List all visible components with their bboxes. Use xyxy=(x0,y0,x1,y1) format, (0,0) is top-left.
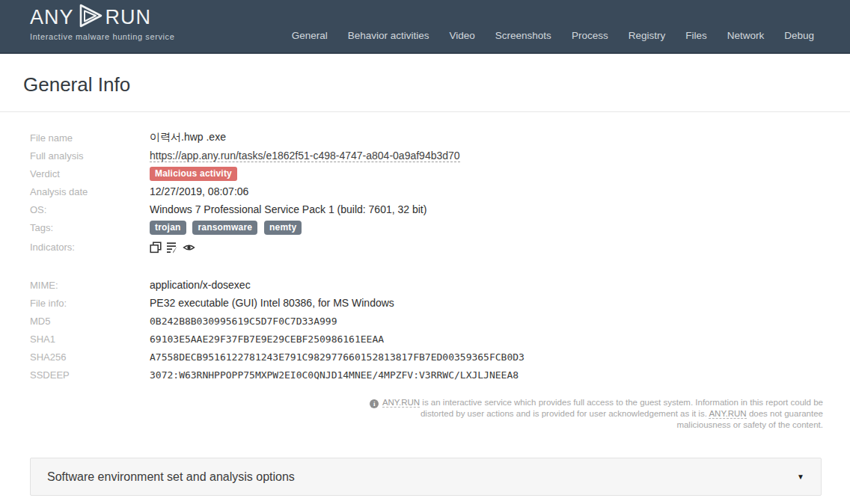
nav-item-registry[interactable]: Registry xyxy=(629,30,666,41)
field-label: Analysis date xyxy=(30,186,150,197)
eye-icon[interactable] xyxy=(183,242,195,253)
sha256-value: A7558DECB9516122781243E791C9829776601528… xyxy=(150,351,525,363)
field-label: File name xyxy=(30,132,150,144)
row-file-name: File name 이력서.hwp .exe xyxy=(30,129,850,147)
ssdeep-value: 3072:W63RNHPPOPP75MXPW2EI0C0QNJD14MNEE/4… xyxy=(150,369,519,381)
field-label: SHA1 xyxy=(30,334,150,345)
file-info-value: PE32 executable (GUI) Intel 80386, for M… xyxy=(150,297,394,309)
info-icon: i xyxy=(370,399,379,408)
tag-badge: trojan xyxy=(150,221,186,235)
mime-value: application/x-dosexec xyxy=(150,279,251,291)
anyrun-logo[interactable]: ANY RUN Interactive malware hunting serv… xyxy=(30,0,191,52)
service-disclaimer: i ANY.RUN is an interactive service whic… xyxy=(365,397,823,431)
file-name-value: 이력서.hwp .exe xyxy=(150,131,226,144)
nav-item-video[interactable]: Video xyxy=(450,30,475,41)
row-verdict: Verdict Malicious activity xyxy=(30,165,850,182)
nav-item-process[interactable]: Process xyxy=(572,30,608,41)
field-label: Tags: xyxy=(30,222,150,233)
analysis-date-value: 12/27/2019, 08:07:06 xyxy=(150,185,248,197)
software-environment-panel[interactable]: Software environment set and analysis op… xyxy=(30,458,822,496)
verdict-badge: Malicious activity xyxy=(150,167,237,181)
play-logo-icon xyxy=(76,4,104,31)
field-label: File info: xyxy=(30,298,150,309)
nav-item-debug[interactable]: Debug xyxy=(784,30,814,41)
row-analysis-date: Analysis date 12/27/2019, 08:07:06 xyxy=(30,182,850,200)
chevron-down-icon: ▼ xyxy=(797,473,804,481)
row-sha256: SHA256 A7558DECB9516122781243E791C982977… xyxy=(30,348,850,366)
sha1-value: 69103E5AAE29F37FB7E9E29CEBF250986161EEAA xyxy=(150,334,384,345)
row-full-analysis: Full analysis https://app.any.run/tasks/… xyxy=(30,147,850,165)
panel-title: Software environment set and analysis op… xyxy=(47,470,295,484)
full-analysis-link[interactable]: https://app.any.run/tasks/e1862f51-c498-… xyxy=(150,150,460,162)
nav-item-network[interactable]: Network xyxy=(727,30,765,41)
main-nav: General Behavior activities Video Screen… xyxy=(272,30,814,52)
logo-text-run: RUN xyxy=(106,6,152,29)
row-mime: MIME: application/x-dosexec xyxy=(30,276,850,294)
md5-value: 0B242B8B030995619C5D7F0C7D33A999 xyxy=(150,316,337,327)
field-label: MIME: xyxy=(30,280,150,291)
nav-item-behavior-activities[interactable]: Behavior activities xyxy=(348,30,429,41)
row-sha1: SHA1 69103E5AAE29F37FB7E9E29CEBF25098616… xyxy=(30,330,850,348)
nav-item-screenshots[interactable]: Screenshots xyxy=(495,30,551,41)
anyrun-link[interactable]: ANY.RUN xyxy=(382,398,420,408)
nav-item-general[interactable]: General xyxy=(292,30,328,41)
field-label: MD5 xyxy=(30,316,150,327)
row-tags: Tags: trojan ransomware nemty xyxy=(30,218,850,236)
row-md5: MD5 0B242B8B030995619C5D7F0C7D33A999 xyxy=(30,312,850,330)
row-ssdeep: SSDEEP 3072:W63RNHPPOPP75MXPW2EI0C0QNJD1… xyxy=(30,366,850,384)
logo-text-any: ANY xyxy=(30,6,74,29)
field-label: Full analysis xyxy=(30,150,150,162)
general-info-section: File name 이력서.hwp .exe Full analysis htt… xyxy=(0,112,850,384)
anyrun-link[interactable]: ANY.RUN xyxy=(709,409,746,419)
os-value: Windows 7 Professional Service Pack 1 (b… xyxy=(150,203,426,215)
page-title: General Info xyxy=(23,73,850,96)
row-file-info: File info: PE32 executable (GUI) Intel 8… xyxy=(30,294,850,312)
logo-subtitle: Interactive malware hunting service xyxy=(30,32,191,41)
row-indicators: Indicators: xyxy=(30,236,850,258)
nav-item-files[interactable]: Files xyxy=(685,30,707,41)
field-label: SHA256 xyxy=(30,351,150,363)
document-edit-icon[interactable] xyxy=(166,242,178,253)
field-label: Verdict xyxy=(30,168,150,179)
field-label: OS: xyxy=(30,204,150,215)
tag-badge: nemty xyxy=(264,221,302,235)
row-os: OS: Windows 7 Professional Service Pack … xyxy=(30,200,850,218)
windows-restore-icon[interactable] xyxy=(150,242,162,253)
field-label: SSDEEP xyxy=(30,369,150,381)
tag-badge: ransomware xyxy=(192,221,257,235)
field-label: Indicators: xyxy=(30,242,150,253)
top-header: ANY RUN Interactive malware hunting serv… xyxy=(0,0,850,54)
